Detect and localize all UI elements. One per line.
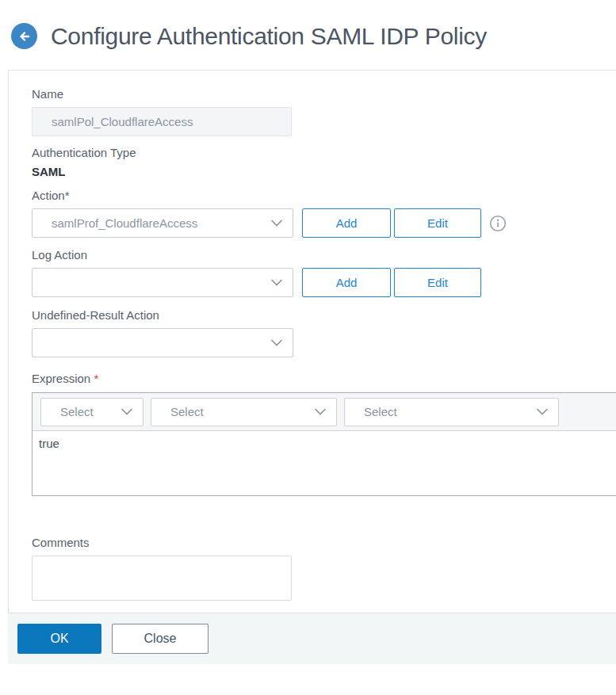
log-action-field-group: Log Action Add Edit [32,248,481,297]
log-action-add-button[interactable]: Add [302,268,391,297]
expression-select-3[interactable]: Select [344,398,559,426]
comments-textarea[interactable] [32,556,292,601]
chevron-down-icon [270,339,283,346]
undefined-result-action-dropdown[interactable] [32,328,293,357]
undefined-result-action-group: Undefined-Result Action [32,308,293,357]
action-add-button[interactable]: Add [302,208,391,238]
name-label: Name [32,87,292,101]
name-field-group: Name [32,87,292,136]
chevron-down-icon [270,279,283,286]
comments-group: Comments [32,536,292,601]
expression-select-1[interactable]: Select [40,398,143,426]
chevron-down-icon [121,408,133,415]
page-title: Configure Authentication SAML IDP Policy [51,21,487,52]
action-dropdown[interactable]: samlProf_CloudflareAccess [32,208,293,238]
chevron-down-icon [270,220,283,227]
undefined-result-action-label: Undefined-Result Action [32,308,293,322]
log-action-edit-button[interactable]: Edit [394,268,481,297]
expression-label-text: Expression [32,372,90,385]
expression-select-3-value: Select [364,405,397,418]
auth-type-group: Authentication Type SAML [32,146,136,178]
expression-toolbar: Select Select Select [33,393,616,431]
comments-label: Comments [32,536,292,549]
configure-saml-idp-policy-page: Configure Authentication SAML IDP Policy… [0,0,616,695]
expression-textarea[interactable]: true [33,431,616,495]
footer-action-bar: OK Close [8,613,616,664]
expression-select-2[interactable]: Select [151,398,337,426]
expression-select-2-value: Select [170,405,204,418]
info-icon[interactable] [489,215,507,232]
expression-editor: Select Select Select [32,392,616,496]
arrow-left-icon [17,29,32,44]
action-label: Action* [32,189,507,202]
expression-select-1-value: Select [60,405,94,418]
expression-label: Expression * [32,372,616,385]
close-button[interactable]: Close [112,624,209,654]
name-input[interactable] [32,107,292,136]
action-edit-button[interactable]: Edit [394,208,481,238]
action-dropdown-value: samlProf_CloudflareAccess [52,216,197,230]
log-action-dropdown[interactable] [32,268,293,297]
auth-type-value: SAML [32,165,136,178]
action-field-group: Action* samlProf_CloudflareAccess Add Ed… [32,189,507,238]
back-button[interactable] [11,23,37,49]
auth-type-label: Authentication Type [32,146,136,159]
ok-button[interactable]: OK [17,624,101,654]
chevron-down-icon [536,408,549,415]
log-action-label: Log Action [32,248,481,262]
expression-group: Expression * Select Select Selec [32,372,616,496]
required-asterisk: * [94,372,98,385]
chevron-down-icon [314,408,327,415]
